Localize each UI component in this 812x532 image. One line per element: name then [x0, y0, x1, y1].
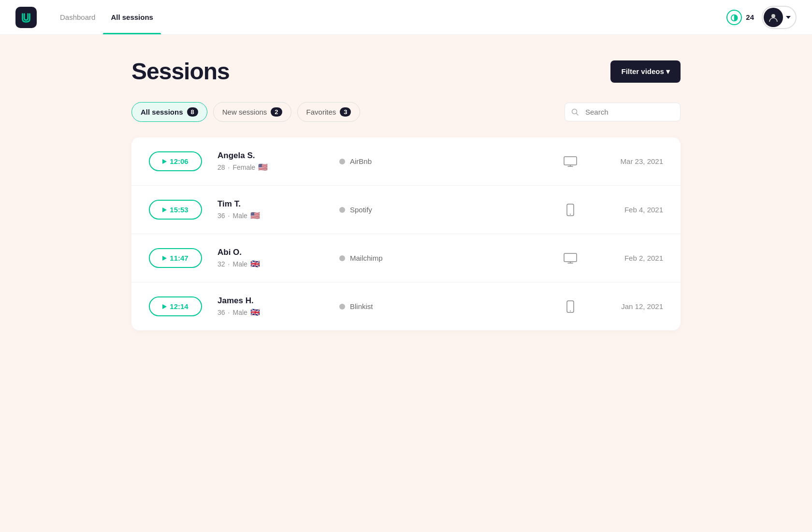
svg-point-7 — [570, 310, 571, 311]
session-info-2: Abi O. 32 · Male 🇬🇧 — [218, 248, 324, 268]
session-info-3: James H. 36 · Male 🇬🇧 — [218, 296, 324, 317]
user-menu-button[interactable] — [762, 6, 797, 29]
flag-icon: 🇬🇧 — [250, 259, 260, 268]
page-header: Sessions Filter videos ▾ — [131, 58, 681, 85]
logo — [15, 7, 37, 28]
flag-icon: 🇺🇸 — [258, 163, 268, 172]
credits-count: 24 — [746, 13, 754, 21]
app-dot-icon — [339, 159, 345, 164]
session-meta: 36 · Male 🇬🇧 — [218, 308, 324, 317]
session-name: Angela S. — [218, 151, 324, 161]
play-button-3[interactable]: 12:14 — [149, 296, 202, 316]
main-content: Sessions Filter videos ▾ All sessions 8 … — [116, 35, 696, 330]
svg-point-0 — [771, 14, 775, 18]
chevron-down-icon — [786, 16, 791, 19]
session-meta: 36 · Male 🇺🇸 — [218, 211, 324, 220]
filters-row: All sessions 8 New sessions 2 Favorites … — [131, 102, 681, 122]
svg-point-4 — [570, 214, 571, 215]
filter-videos-button[interactable]: Filter videos ▾ — [610, 60, 681, 83]
play-button-0[interactable]: 12:06 — [149, 151, 202, 171]
session-date: Mar 23, 2021 — [600, 157, 663, 165]
nav-tab-all-sessions[interactable]: All sessions — [103, 0, 161, 34]
session-meta: 28 · Female 🇺🇸 — [218, 163, 324, 172]
new-sessions-badge: 2 — [271, 107, 282, 117]
device-icon — [556, 156, 585, 167]
session-meta: 32 · Male 🇬🇧 — [218, 259, 324, 268]
session-app: AirBnb — [339, 157, 540, 165]
session-info-1: Tim T. 36 · Male 🇺🇸 — [218, 199, 324, 220]
session-info-0: Angela S. 28 · Female 🇺🇸 — [218, 151, 324, 172]
session-name: Abi O. — [218, 248, 324, 257]
search-box — [565, 103, 681, 121]
flag-icon: 🇬🇧 — [250, 308, 260, 317]
device-icon — [556, 300, 585, 313]
filter-new-sessions[interactable]: New sessions 2 — [213, 102, 291, 122]
play-icon — [162, 304, 167, 309]
filter-all-sessions[interactable]: All sessions 8 — [131, 102, 207, 122]
flag-icon: 🇺🇸 — [250, 211, 260, 220]
session-date: Feb 4, 2021 — [600, 206, 663, 214]
device-icon — [556, 253, 585, 264]
session-name: Tim T. — [218, 199, 324, 209]
play-icon — [162, 207, 167, 212]
nav-tab-dashboard[interactable]: Dashboard — [52, 0, 103, 34]
credits-display: ◑ 24 — [726, 10, 754, 25]
play-icon — [162, 159, 167, 164]
avatar — [764, 8, 783, 27]
session-date: Jan 12, 2021 — [600, 302, 663, 310]
table-row: 12:06 Angela S. 28 · Female 🇺🇸 AirBnb — [131, 137, 681, 186]
session-app: Blinkist — [339, 302, 540, 310]
page-title: Sessions — [131, 58, 230, 85]
all-sessions-badge: 8 — [187, 107, 198, 117]
session-app: Spotify — [339, 206, 540, 214]
nav-tabs: Dashboard All sessions — [52, 0, 161, 34]
app-dot-icon — [339, 304, 345, 310]
session-app: Mailchimp — [339, 254, 540, 262]
table-row: 12:14 James H. 36 · Male 🇬🇧 Blinkist — [131, 282, 681, 330]
play-button-1[interactable]: 15:53 — [149, 200, 202, 220]
sessions-list: 12:06 Angela S. 28 · Female 🇺🇸 AirBnb — [131, 137, 681, 330]
filter-favorites[interactable]: Favorites 3 — [297, 102, 361, 122]
nav-right: ◑ 24 — [726, 6, 797, 29]
navbar: Dashboard All sessions ◑ 24 — [0, 0, 812, 35]
device-icon — [556, 204, 585, 216]
svg-rect-5 — [564, 253, 577, 262]
table-row: 15:53 Tim T. 36 · Male 🇺🇸 Spotify — [131, 186, 681, 234]
table-row: 11:47 Abi O. 32 · Male 🇬🇧 Mailchimp — [131, 234, 681, 282]
credits-icon: ◑ — [726, 10, 742, 25]
search-input[interactable] — [565, 103, 681, 121]
session-name: James H. — [218, 296, 324, 306]
app-dot-icon — [339, 255, 345, 261]
search-icon — [571, 108, 579, 116]
play-button-2[interactable]: 11:47 — [149, 248, 202, 268]
app-dot-icon — [339, 207, 345, 213]
svg-rect-2 — [564, 157, 577, 165]
session-date: Feb 2, 2021 — [600, 254, 663, 262]
play-icon — [162, 256, 167, 261]
favorites-badge: 3 — [340, 107, 351, 117]
